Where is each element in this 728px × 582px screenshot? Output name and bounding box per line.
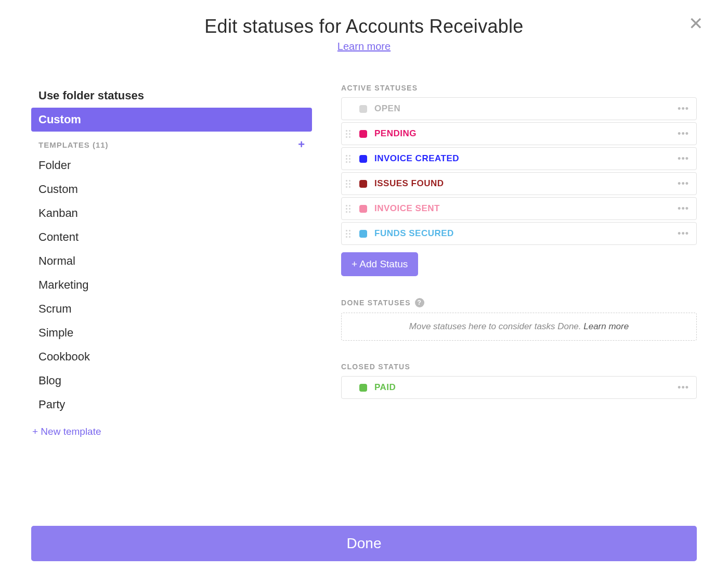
status-name: PENDING — [374, 128, 677, 139]
more-icon[interactable]: ••• — [677, 203, 689, 214]
status-color-swatch — [359, 105, 367, 113]
done-statuses-label: DONE STATUSES — [341, 299, 411, 307]
more-icon[interactable]: ••• — [677, 153, 689, 164]
template-item[interactable]: Custom — [31, 177, 312, 201]
modal-title: Edit statuses for Accounts Receivable — [31, 16, 697, 37]
status-name: PAID — [374, 382, 677, 393]
status-name: OPEN — [374, 104, 677, 114]
drag-handle-icon[interactable] — [346, 203, 354, 214]
new-template-link[interactable]: + New template — [31, 417, 312, 437]
template-item[interactable]: Folder — [31, 153, 312, 177]
more-icon[interactable]: ••• — [677, 178, 689, 189]
more-icon[interactable]: ••• — [677, 382, 689, 393]
status-row[interactable]: OPEN ••• — [341, 97, 697, 120]
template-item[interactable]: Cookbook — [31, 345, 312, 369]
template-item[interactable]: Scrum — [31, 297, 312, 321]
add-status-button[interactable]: + Add Status — [341, 252, 418, 276]
status-name: INVOICE SENT — [374, 203, 677, 214]
drag-handle-icon[interactable] — [346, 128, 354, 139]
template-item[interactable]: Normal — [31, 249, 312, 273]
status-color-swatch — [359, 230, 367, 238]
status-name: INVOICE CREATED — [374, 153, 677, 164]
status-color-swatch — [359, 130, 367, 138]
drag-handle-icon[interactable] — [346, 228, 354, 239]
learn-more-link[interactable]: Learn more — [337, 41, 391, 53]
done-learn-more-link[interactable]: Learn more — [583, 321, 629, 331]
status-color-swatch — [359, 384, 367, 392]
status-name: ISSUES FOUND — [374, 178, 677, 189]
status-row[interactable]: FUNDS SECURED ••• — [341, 222, 697, 245]
status-row[interactable]: PAID ••• — [341, 376, 697, 399]
status-color-swatch — [359, 155, 367, 163]
drag-handle-icon[interactable] — [346, 178, 354, 189]
active-status-list: OPEN ••• PENDING ••• INVOICE CREATED ••• — [341, 97, 697, 245]
status-color-swatch — [359, 205, 367, 213]
status-row[interactable]: INVOICE CREATED ••• — [341, 147, 697, 170]
template-item[interactable]: Simple — [31, 321, 312, 345]
drag-handle-icon[interactable] — [346, 153, 354, 164]
selected-mode-custom[interactable]: Custom — [31, 108, 312, 132]
more-icon[interactable]: ••• — [677, 128, 689, 139]
more-icon[interactable]: ••• — [677, 104, 689, 114]
template-list: Folder Custom Kanban Content Normal Mark… — [31, 153, 312, 417]
help-icon[interactable]: ? — [415, 298, 424, 307]
status-row[interactable]: INVOICE SENT ••• — [341, 197, 697, 220]
done-button[interactable]: Done — [31, 526, 697, 561]
status-row[interactable]: PENDING ••• — [341, 122, 697, 145]
status-color-swatch — [359, 180, 367, 188]
templates-header: TEMPLATES (11) — [38, 140, 109, 149]
template-item[interactable]: Party — [31, 393, 312, 417]
template-item[interactable]: Marketing — [31, 273, 312, 297]
status-name: FUNDS SECURED — [374, 228, 677, 239]
active-statuses-label: ACTIVE STATUSES — [341, 84, 697, 92]
done-dropzone-text: Move statuses here to consider tasks Don… — [409, 321, 583, 331]
add-template-icon[interactable]: + — [298, 139, 305, 150]
template-item[interactable]: Blog — [31, 369, 312, 393]
close-icon[interactable]: ✕ — [688, 15, 703, 32]
use-folder-statuses[interactable]: Use folder statuses — [31, 84, 312, 108]
closed-status-label: CLOSED STATUS — [341, 363, 697, 371]
more-icon[interactable]: ••• — [677, 228, 689, 239]
template-item[interactable]: Content — [31, 225, 312, 249]
template-item[interactable]: Kanban — [31, 201, 312, 225]
template-sidebar: Use folder statuses Custom TEMPLATES (11… — [31, 84, 312, 437]
done-dropzone[interactable]: Move statuses here to consider tasks Don… — [341, 313, 697, 341]
status-row[interactable]: ISSUES FOUND ••• — [341, 172, 697, 195]
